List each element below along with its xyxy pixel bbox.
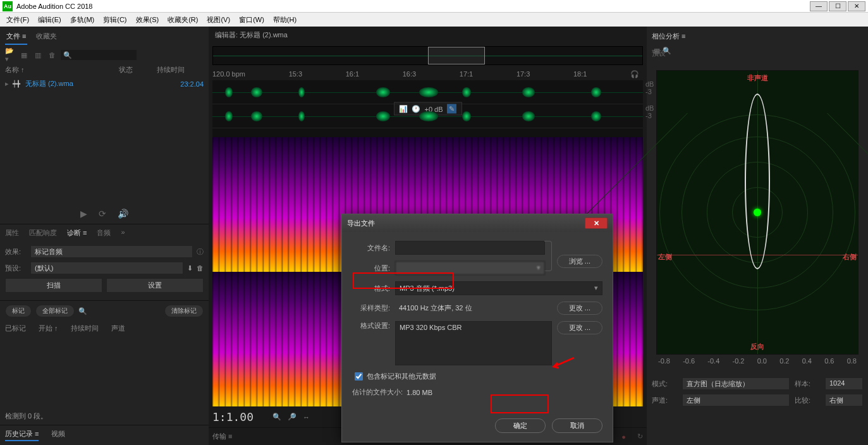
open-file-icon[interactable]: 📂▾ bbox=[5, 50, 15, 60]
app-logo: Au bbox=[3, 1, 13, 11]
overview-track[interactable]: 🔍 ▦ bbox=[212, 46, 643, 65]
preset-select[interactable]: (默认) bbox=[30, 262, 183, 274]
view-icon[interactable]: ▦ bbox=[654, 47, 660, 55]
col-duration[interactable]: 持续时间 bbox=[157, 65, 195, 75]
menu-file[interactable]: 文件(F) bbox=[3, 14, 33, 26]
dialog-close-button[interactable]: ✕ bbox=[585, 217, 608, 229]
save-preset-icon[interactable]: ⬇ bbox=[187, 264, 193, 272]
menu-effects[interactable]: 效果(S) bbox=[132, 14, 163, 26]
tab-audio[interactable]: 音频 bbox=[97, 228, 111, 238]
phase-panel-title[interactable]: 相位分析 ≡ bbox=[652, 32, 863, 45]
zoom-in-icon[interactable]: 🔎 bbox=[288, 413, 296, 421]
marker-search-icon[interactable]: 🔍 bbox=[78, 307, 87, 315]
effect-select[interactable]: 标记音频 bbox=[30, 245, 193, 258]
new-multitrack-icon[interactable]: ▥ bbox=[33, 50, 43, 60]
marker-col-start[interactable]: 开始 ↑ bbox=[39, 324, 58, 333]
autoplay-icon[interactable]: 🔊 bbox=[118, 209, 128, 219]
phase-axis: -0.8-0.6-0.4 -0.20.00.2 0.40.60.8 bbox=[652, 355, 863, 367]
phase-samples-label: 样本: bbox=[795, 379, 820, 389]
delete-preset-icon[interactable]: 🗑 bbox=[197, 264, 204, 272]
marker-col-channel[interactable]: 声道 bbox=[111, 324, 125, 333]
transfer-label[interactable]: 传输 ≡ bbox=[212, 432, 232, 441]
settings-button[interactable]: 设置 bbox=[106, 278, 204, 293]
tab-diagnostics[interactable]: 诊断 ≡ bbox=[67, 228, 87, 238]
editor-tab[interactable]: 编辑器: 无标题 (2).wma bbox=[209, 27, 647, 44]
info-icon[interactable]: ⓘ bbox=[197, 247, 204, 257]
phase-mode-label: 模式: bbox=[652, 379, 677, 389]
expand-icon[interactable]: ▸ bbox=[5, 80, 13, 88]
tab-video[interactable]: 视频 bbox=[51, 429, 65, 441]
clear-marks-button[interactable]: 清除标记 bbox=[164, 305, 204, 317]
skip-button[interactable]: ↻ bbox=[637, 432, 643, 441]
menu-clip[interactable]: 剪辑(C) bbox=[99, 14, 130, 26]
file-row[interactable]: ▸ ┿╋ 无标题 (2).wma 23:2.04 bbox=[0, 77, 209, 90]
cancel-button[interactable]: 取消 bbox=[552, 418, 602, 433]
bpm-display: 120.0 bpm bbox=[212, 70, 245, 78]
tab-favorites[interactable]: 收藏夹 bbox=[35, 29, 58, 45]
phase-scope[interactable]: 非声道 左侧 右侧 反向 bbox=[656, 70, 859, 355]
filesize-label: 估计的文件大小: bbox=[352, 387, 403, 397]
phase-preset[interactable]: 预设 bbox=[652, 45, 863, 70]
formatsettings-label: 格式设置: bbox=[352, 321, 395, 331]
time-display: 1:1.00 bbox=[212, 410, 254, 424]
mark-button[interactable]: 标记 bbox=[5, 305, 32, 317]
format-select[interactable]: MP3 音频 (*.mp3) bbox=[395, 281, 602, 295]
record-button[interactable]: ● bbox=[621, 433, 626, 441]
sampletype-value: 44100 Hz 立体声, 32 位 bbox=[395, 302, 552, 315]
phase-mode-select[interactable]: 直方图（日志缩放） bbox=[682, 377, 790, 390]
metronome-icon[interactable]: 🎧 bbox=[630, 70, 643, 78]
filename-label: 文件名: bbox=[352, 243, 395, 253]
zoom-fit-icon[interactable]: ↔ bbox=[303, 413, 310, 421]
menu-view[interactable]: 视图(V) bbox=[203, 14, 234, 26]
loop-icon[interactable]: ⟳ bbox=[99, 209, 106, 219]
col-status[interactable]: 状态 bbox=[119, 65, 157, 75]
preset-label: 预设: bbox=[5, 264, 27, 273]
phase-samples-select[interactable]: 1024 bbox=[825, 377, 863, 390]
ok-button[interactable]: 确定 bbox=[495, 418, 546, 433]
tab-history[interactable]: 历史记录 ≡ bbox=[5, 429, 39, 441]
filename-input[interactable] bbox=[395, 241, 545, 255]
phase-label-right: 右侧 bbox=[843, 252, 857, 262]
tab-more[interactable]: » bbox=[121, 228, 125, 238]
mark-all-button[interactable]: 全部标记 bbox=[35, 305, 75, 317]
timeline-ruler[interactable]: 120.0 bpm 15:3 16:1 16:3 17:1 17:3 18:1 … bbox=[209, 68, 647, 80]
menu-multitrack[interactable]: 多轨(M) bbox=[66, 14, 99, 26]
delete-icon[interactable]: 🗑 bbox=[47, 50, 57, 60]
history-section: 历史记录 ≡ 视频 bbox=[0, 425, 209, 445]
zoom-icon[interactable]: 🔍 bbox=[663, 47, 671, 55]
dialog-title-bar[interactable]: 导出文件 ✕ bbox=[342, 214, 613, 232]
tab-loudness[interactable]: 匹配响度 bbox=[29, 228, 57, 238]
marker-status: 检测到 0 段。 bbox=[5, 411, 204, 421]
browse-button[interactable]: 浏览 ... bbox=[557, 255, 602, 268]
record-icon[interactable]: ▦ bbox=[19, 50, 29, 60]
tab-properties[interactable]: 属性 bbox=[5, 228, 19, 238]
window-maximize-button[interactable]: ☐ bbox=[829, 1, 847, 11]
marker-col-marked[interactable]: 已标记 bbox=[5, 324, 26, 333]
file-search-input[interactable] bbox=[61, 50, 137, 60]
phase-channel-select[interactable]: 左侧 bbox=[682, 394, 790, 406]
file-name: 无标题 (2).wma bbox=[25, 79, 166, 88]
location-select[interactable] bbox=[395, 261, 545, 275]
menu-edit[interactable]: 编辑(E) bbox=[34, 14, 65, 26]
overview-selection[interactable] bbox=[428, 47, 485, 64]
export-dialog: 导出文件 ✕ 文件名: 位置: 浏览 ... 格式: MP3 音频 (*.mp3… bbox=[341, 214, 613, 442]
marker-col-duration[interactable]: 持续时间 bbox=[71, 324, 99, 333]
waveform-display[interactable]: dB-3 L 📊 🕐 +0 dB ✎ dB-3 R bbox=[212, 80, 643, 137]
play-icon[interactable]: ▶ bbox=[80, 209, 87, 219]
zoom-out-icon[interactable]: 🔍 bbox=[272, 413, 281, 421]
waveform-icon: ┿╋ bbox=[13, 80, 25, 87]
phase-compare-label: 比较: bbox=[795, 396, 820, 405]
tab-files[interactable]: 文件 ≡ bbox=[5, 29, 27, 45]
include-markers-checkbox[interactable] bbox=[355, 372, 363, 381]
window-minimize-button[interactable]: — bbox=[810, 1, 828, 11]
menu-window[interactable]: 窗口(W) bbox=[235, 14, 268, 26]
window-close-button[interactable]: ✕ bbox=[848, 1, 865, 11]
menu-favorites[interactable]: 收藏夹(R) bbox=[164, 14, 202, 26]
phase-compare-select[interactable]: 右侧 bbox=[825, 394, 863, 406]
scan-button[interactable]: 扫描 bbox=[5, 278, 102, 293]
change-sampletype-button[interactable]: 更改 ... bbox=[557, 302, 602, 315]
menu-help[interactable]: 帮助(H) bbox=[269, 14, 300, 26]
col-name[interactable]: 名称 ↑ bbox=[5, 65, 119, 75]
change-format-button[interactable]: 更改 ... bbox=[557, 321, 602, 334]
phase-ellipse bbox=[745, 94, 770, 269]
